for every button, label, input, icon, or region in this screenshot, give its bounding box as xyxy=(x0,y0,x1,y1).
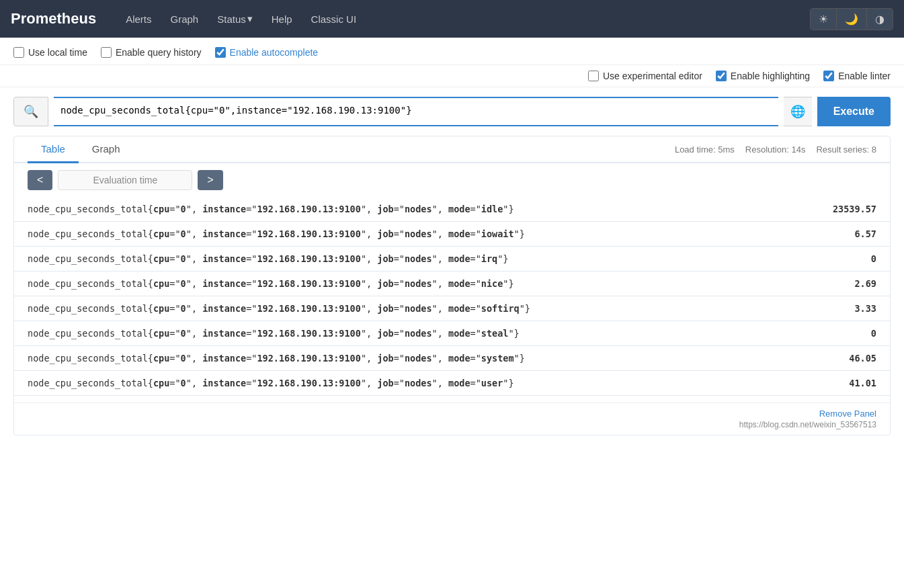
metric-value: 23539.57 xyxy=(787,197,890,222)
label-key: instance xyxy=(202,328,246,339)
navbar-alerts-link[interactable]: Alerts xyxy=(118,8,159,30)
table-row: node_cpu_seconds_total{cpu="0", instance… xyxy=(14,247,890,271)
enable-linter-label[interactable]: Enable linter xyxy=(823,71,891,81)
theme-contrast-button[interactable]: ◑ xyxy=(867,9,893,30)
enable-autocomplete-checkbox[interactable] xyxy=(215,47,226,58)
enable-highlighting-checkbox[interactable] xyxy=(716,71,727,81)
metric-name: node_cpu_seconds_total xyxy=(28,278,148,289)
label-key: instance xyxy=(202,278,246,289)
label-value: 0 xyxy=(181,278,186,289)
label-quote-close: " xyxy=(503,278,508,289)
metric-name: node_cpu_seconds_total xyxy=(28,328,148,339)
result-series-label: Result series: 8 xyxy=(816,144,876,155)
label-key: mode xyxy=(448,353,470,364)
enable-query-history-label[interactable]: Enable query history xyxy=(101,47,202,58)
label-quote-close: " xyxy=(432,378,438,388)
enable-query-history-checkbox[interactable] xyxy=(101,47,112,58)
label-quote-close: " xyxy=(186,328,192,339)
label-value: nodes xyxy=(405,278,432,289)
label-key: instance xyxy=(202,353,246,364)
eval-prev-button[interactable]: < xyxy=(28,170,52,190)
table-row: node_cpu_seconds_total{cpu="0", instance… xyxy=(14,346,890,371)
use-experimental-editor-checkbox[interactable] xyxy=(588,71,599,81)
query-input[interactable] xyxy=(54,97,778,126)
eval-time-label: Evaluation time xyxy=(58,170,192,190)
label-value: steal xyxy=(481,328,509,339)
label-eq: =" xyxy=(246,303,257,314)
label-quote-close: " xyxy=(497,253,503,264)
label-quote-close: " xyxy=(186,303,192,314)
label-eq: =" xyxy=(394,253,405,264)
label-key: cpu xyxy=(153,204,169,214)
enable-highlighting-label[interactable]: Enable highlighting xyxy=(716,71,810,81)
tab-table[interactable]: Table xyxy=(28,136,79,163)
label-value: softirq xyxy=(481,303,520,314)
label-value: 192.168.190.13:9100 xyxy=(257,353,360,364)
label-quote-close: " xyxy=(503,378,508,388)
navbar-links: Alerts Graph Status ▾ Help Classic UI xyxy=(118,7,364,30)
remove-panel-button[interactable]: Remove Panel xyxy=(819,409,876,419)
enable-highlighting-text: Enable highlighting xyxy=(731,71,810,81)
table-row: node_cpu_seconds_total{cpu="0", instance… xyxy=(14,321,890,346)
options-bar-2: Use experimental editor Enable highlight… xyxy=(0,65,904,87)
search-icon-button[interactable]: 🔍 xyxy=(13,97,48,126)
tab-graph[interactable]: Graph xyxy=(79,136,134,163)
metric-cell: node_cpu_seconds_total{cpu="0", instance… xyxy=(14,346,787,371)
label-value: system xyxy=(481,353,514,364)
use-local-time-text: Use local time xyxy=(28,47,87,58)
label-key: instance xyxy=(202,378,246,388)
label-value: idle xyxy=(481,204,503,214)
resolution-label: Resolution: 14s xyxy=(745,144,806,155)
label-value: 192.168.190.13:9100 xyxy=(257,253,360,264)
metric-value: 2.69 xyxy=(787,271,890,296)
label-value: nice xyxy=(481,278,503,289)
label-quote-close: " xyxy=(361,303,366,314)
metric-name: node_cpu_seconds_total xyxy=(28,303,148,314)
label-value: nodes xyxy=(405,328,432,339)
navbar-graph-link[interactable]: Graph xyxy=(163,8,207,30)
label-value: 0 xyxy=(181,378,186,388)
label-key: cpu xyxy=(153,328,169,339)
navbar-classicui-link[interactable]: Classic UI xyxy=(303,8,365,30)
theme-dark-button[interactable]: 🌙 xyxy=(837,9,867,30)
label-key: instance xyxy=(202,253,246,264)
label-key: mode xyxy=(448,253,470,264)
results-table: node_cpu_seconds_total{cpu="0", instance… xyxy=(14,197,890,396)
label-quote-close: " xyxy=(186,253,192,264)
label-quote-close: " xyxy=(503,204,508,214)
label-key: mode xyxy=(448,204,470,214)
label-eq: =" xyxy=(394,378,405,388)
label-eq: =" xyxy=(246,328,257,339)
label-value: 192.168.190.13:9100 xyxy=(257,378,360,388)
label-quote-close: " xyxy=(186,278,192,289)
execute-button[interactable]: Execute xyxy=(817,97,891,126)
search-icon: 🔍 xyxy=(24,104,38,119)
label-key: job xyxy=(377,378,393,388)
use-local-time-label[interactable]: Use local time xyxy=(13,47,87,58)
label-key: cpu xyxy=(153,278,169,289)
label-quote-close: " xyxy=(186,378,192,388)
tabs-bar: Table Graph Load time: 5ms Resolution: 1… xyxy=(14,136,890,163)
label-key: job xyxy=(377,353,393,364)
label-value: 0 xyxy=(181,303,186,314)
label-eq: =" xyxy=(470,228,481,239)
label-quote-close: " xyxy=(432,253,438,264)
content-area: Table Graph Load time: 5ms Resolution: 1… xyxy=(13,136,891,435)
theme-light-button[interactable]: ☀ xyxy=(811,9,837,30)
metric-value: 41.01 xyxy=(787,371,890,396)
label-eq: =" xyxy=(169,253,180,264)
navbar-help-link[interactable]: Help xyxy=(263,8,300,30)
label-key: job xyxy=(377,204,393,214)
label-key: cpu xyxy=(153,303,169,314)
enable-linter-checkbox[interactable] xyxy=(823,71,834,81)
label-eq: =" xyxy=(169,278,180,289)
use-local-time-checkbox[interactable] xyxy=(13,47,24,58)
navbar-status-dropdown[interactable]: Status ▾ xyxy=(209,7,261,30)
label-eq: =" xyxy=(394,228,405,239)
globe-button[interactable]: 🌐 xyxy=(784,97,812,126)
use-experimental-editor-label[interactable]: Use experimental editor xyxy=(588,71,702,81)
footer-bar: Remove Panel https://blog.csdn.net/weixi… xyxy=(14,403,890,435)
eval-next-button[interactable]: > xyxy=(198,170,222,190)
enable-autocomplete-label[interactable]: Enable autocomplete xyxy=(215,47,319,58)
table-row: node_cpu_seconds_total{cpu="0", instance… xyxy=(14,371,890,396)
